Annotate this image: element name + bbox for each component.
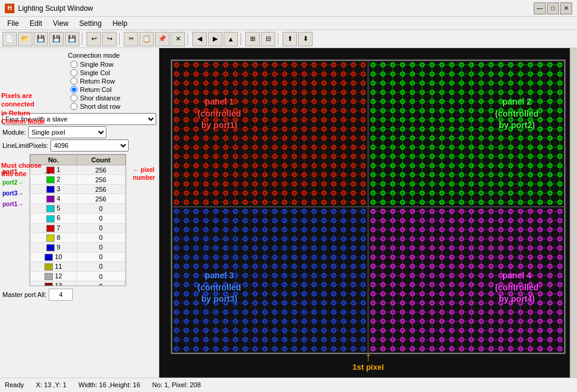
toolbar-new[interactable]: 📄 — [2, 32, 17, 46]
first-pixel-text: 1st pixel — [352, 363, 383, 372]
cell-no: 13 — [31, 281, 77, 286]
close-button[interactable]: ✕ — [560, 2, 572, 14]
annotation-must-choose: Must choosethis one — [1, 161, 41, 179]
radio-single-row-input[interactable] — [70, 61, 78, 68]
cell-count: 0 — [76, 281, 125, 286]
master-port-row: Master port All: — [2, 289, 156, 301]
toolbar-separator-2 — [119, 33, 121, 45]
cell-count: 0 — [76, 252, 125, 262]
table-row: 120 — [31, 272, 126, 281]
toolbar-cut[interactable]: ✂ — [124, 32, 138, 46]
canvas-scrollbar[interactable] — [570, 48, 577, 378]
toolbar-right[interactable]: ▶ — [208, 32, 222, 46]
toolbar-copy[interactable]: 📋 — [139, 32, 154, 46]
minimize-button[interactable]: — — [534, 2, 546, 14]
radio-shor-distance: Shor distance — [70, 94, 156, 102]
table-row: 100 — [31, 252, 126, 262]
radio-shor-distance-label: Shor distance — [80, 94, 120, 102]
panel1-label: panel 1(controlledby port1) — [183, 96, 255, 132]
line-limit-row: LineLimitPixels: 4096 — [2, 139, 156, 152]
radio-single-row: Single Row — [70, 60, 156, 69]
cell-count: 256 — [76, 175, 125, 185]
toolbar-delete[interactable]: ✕ — [171, 32, 185, 46]
status-coords: X: 13 ,Y: 1 — [36, 381, 67, 388]
maximize-button[interactable]: □ — [547, 2, 559, 14]
radio-return-row-input[interactable] — [70, 78, 78, 85]
menu-view[interactable]: View — [48, 18, 73, 29]
cell-count: 0 — [76, 223, 125, 233]
toolbar-save[interactable]: 💾 — [34, 32, 48, 46]
master-port-label: Master port All: — [2, 291, 46, 298]
module-label: Module: — [2, 129, 26, 136]
cell-count: 0 — [76, 242, 125, 252]
radio-group: Single Row Single Col Return Row Return … — [66, 60, 156, 111]
line-limit-dropdown[interactable]: 4096 — [50, 139, 129, 152]
toolbar: 📄 📂 💾 💾 💾 ↩ ↪ ✂ 📋 📌 ✕ ◀ ▶ ▲ ⊞ ⊟ ⬆ ⬇ — [0, 30, 577, 48]
table-row: 90 — [31, 242, 126, 252]
left-panel: Pixels areconnectedin ReturnColumn Mode … — [0, 48, 159, 378]
cell-no: 11 — [31, 262, 77, 271]
port3-label: port3→ — [2, 190, 23, 197]
line-limit-label: LineLimitPixels: — [2, 142, 48, 149]
cell-count: 0 — [76, 233, 125, 242]
pixel-number-annotation: ← pixelnumber — [133, 166, 155, 182]
toolbar-left[interactable]: ◀ — [192, 32, 207, 46]
radio-single-row-label: Single Row — [80, 61, 114, 68]
table-row: 80 — [31, 233, 126, 242]
cell-no: 7 — [31, 223, 77, 233]
radio-single-col: Single Col — [70, 69, 156, 77]
toolbar-open[interactable]: 📂 — [18, 32, 32, 46]
radio-short-dist-row: Short dist row — [70, 102, 156, 111]
toolbar-separator-5 — [278, 33, 280, 45]
toolbar-undo[interactable]: ↩ — [87, 32, 101, 46]
radio-return-col-label: Return Col — [80, 86, 112, 93]
window-title: Lighting Sculpt Window — [18, 4, 93, 13]
cell-no: 10 — [31, 252, 77, 262]
radio-return-col-input[interactable] — [70, 86, 78, 93]
table-row: 3256 — [31, 185, 126, 194]
toolbar-grid2[interactable]: ⊟ — [261, 32, 275, 46]
table-row: 4256 — [31, 194, 126, 204]
module-dropdown[interactable]: Single pixel — [28, 126, 106, 138]
radio-single-col-input[interactable] — [70, 69, 78, 76]
col-header-count: Count — [76, 155, 125, 165]
menu-edit[interactable]: Edit — [25, 18, 47, 29]
cell-no: 9 — [31, 242, 77, 252]
cell-no: 6 — [31, 213, 77, 223]
cell-count: 0 — [76, 213, 125, 223]
cell-count: 256 — [76, 165, 125, 175]
status-info: No: 1, Pixel: 208 — [152, 381, 201, 388]
app-icon: H — [5, 4, 14, 13]
menu-file[interactable]: File — [2, 18, 23, 29]
main-layout: Pixels areconnectedin ReturnColumn Mode … — [0, 48, 577, 378]
toolbar-import[interactable]: ⬆ — [282, 32, 297, 46]
radio-short-dist-row-label: Short dist row — [80, 103, 120, 110]
toolbar-save3[interactable]: 💾 — [65, 32, 79, 46]
radio-return-row-label: Return Row — [80, 78, 115, 85]
radio-short-dist-row-input[interactable] — [70, 103, 78, 110]
panel3-label: panel 3(controlledby port3) — [183, 270, 255, 305]
panel4-label: panel 4(controlledby port4) — [481, 270, 553, 305]
status-ready: Ready — [5, 381, 24, 388]
cell-count: 0 — [76, 204, 125, 213]
cell-count: 256 — [76, 185, 125, 194]
toolbar-export[interactable]: ⬇ — [298, 32, 313, 46]
arrow-must-choose: → — [43, 168, 51, 177]
menu-setting[interactable]: Setting — [75, 18, 106, 29]
toolbar-save2[interactable]: 💾 — [49, 32, 64, 46]
master-port-input[interactable] — [49, 289, 73, 301]
annotation-connected: Pixels areconnectedin ReturnColumn Mode — [1, 91, 45, 126]
toolbar-grid1[interactable]: ⊞ — [245, 32, 260, 46]
canvas-area: panel 1(controlledby port1) panel 2(cont… — [159, 48, 577, 378]
table-row: 130 — [31, 281, 126, 286]
cell-no: 8 — [31, 233, 77, 242]
radio-shor-distance-input[interactable] — [70, 94, 78, 102]
toolbar-paste[interactable]: 📌 — [155, 32, 169, 46]
radio-return-col: Return Col — [70, 85, 156, 94]
toolbar-up[interactable]: ▲ — [224, 32, 238, 46]
menu-help[interactable]: Help — [108, 18, 132, 29]
toolbar-redo[interactable]: ↪ — [102, 32, 117, 46]
module-row: Module: Single pixel — [2, 126, 156, 138]
table-row: 70 — [31, 223, 126, 233]
table-row: 110 — [31, 262, 126, 271]
